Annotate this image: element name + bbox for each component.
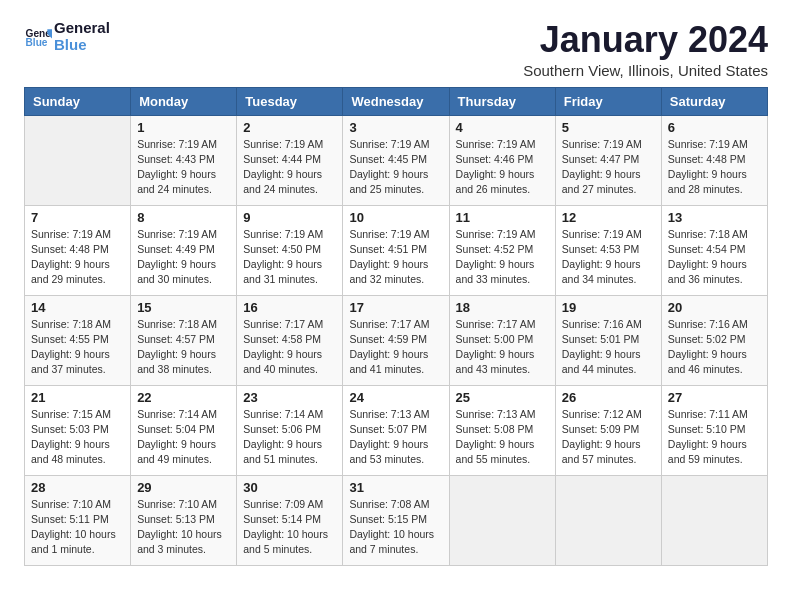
calendar-cell: 28Sunrise: 7:10 AMSunset: 5:11 PMDayligh…: [25, 475, 131, 565]
day-number: 25: [456, 390, 549, 405]
title-area: January 2024 Southern View, Illinois, Un…: [523, 20, 768, 79]
day-number: 17: [349, 300, 442, 315]
calendar-cell: 10Sunrise: 7:19 AMSunset: 4:51 PMDayligh…: [343, 205, 449, 295]
calendar-cell: 25Sunrise: 7:13 AMSunset: 5:08 PMDayligh…: [449, 385, 555, 475]
logo-general: General: [54, 20, 110, 37]
day-info: Sunrise: 7:14 AMSunset: 5:04 PMDaylight:…: [137, 407, 230, 468]
day-info: Sunrise: 7:19 AMSunset: 4:49 PMDaylight:…: [137, 227, 230, 288]
day-info: Sunrise: 7:16 AMSunset: 5:02 PMDaylight:…: [668, 317, 761, 378]
calendar-cell: 21Sunrise: 7:15 AMSunset: 5:03 PMDayligh…: [25, 385, 131, 475]
calendar-cell: 6Sunrise: 7:19 AMSunset: 4:48 PMDaylight…: [661, 115, 767, 205]
day-info: Sunrise: 7:19 AMSunset: 4:46 PMDaylight:…: [456, 137, 549, 198]
day-number: 6: [668, 120, 761, 135]
calendar-cell: 11Sunrise: 7:19 AMSunset: 4:52 PMDayligh…: [449, 205, 555, 295]
day-info: Sunrise: 7:19 AMSunset: 4:44 PMDaylight:…: [243, 137, 336, 198]
day-info: Sunrise: 7:19 AMSunset: 4:47 PMDaylight:…: [562, 137, 655, 198]
svg-text:Blue: Blue: [26, 37, 48, 48]
weekday-header-sunday: Sunday: [25, 87, 131, 115]
weekday-header-wednesday: Wednesday: [343, 87, 449, 115]
calendar-subtitle: Southern View, Illinois, United States: [523, 62, 768, 79]
day-number: 29: [137, 480, 230, 495]
weekday-header-friday: Friday: [555, 87, 661, 115]
calendar-cell: [449, 475, 555, 565]
calendar-cell: 17Sunrise: 7:17 AMSunset: 4:59 PMDayligh…: [343, 295, 449, 385]
calendar-cell: 23Sunrise: 7:14 AMSunset: 5:06 PMDayligh…: [237, 385, 343, 475]
day-info: Sunrise: 7:19 AMSunset: 4:53 PMDaylight:…: [562, 227, 655, 288]
calendar-cell: [555, 475, 661, 565]
week-row-4: 21Sunrise: 7:15 AMSunset: 5:03 PMDayligh…: [25, 385, 768, 475]
weekday-header-monday: Monday: [131, 87, 237, 115]
day-number: 22: [137, 390, 230, 405]
calendar-cell: 16Sunrise: 7:17 AMSunset: 4:58 PMDayligh…: [237, 295, 343, 385]
day-info: Sunrise: 7:13 AMSunset: 5:08 PMDaylight:…: [456, 407, 549, 468]
day-number: 7: [31, 210, 124, 225]
day-info: Sunrise: 7:19 AMSunset: 4:48 PMDaylight:…: [668, 137, 761, 198]
day-number: 27: [668, 390, 761, 405]
header: General Blue General Blue January 2024 S…: [24, 20, 768, 79]
day-number: 8: [137, 210, 230, 225]
week-row-1: 1Sunrise: 7:19 AMSunset: 4:43 PMDaylight…: [25, 115, 768, 205]
day-info: Sunrise: 7:12 AMSunset: 5:09 PMDaylight:…: [562, 407, 655, 468]
day-number: 26: [562, 390, 655, 405]
calendar-cell: 26Sunrise: 7:12 AMSunset: 5:09 PMDayligh…: [555, 385, 661, 475]
week-row-5: 28Sunrise: 7:10 AMSunset: 5:11 PMDayligh…: [25, 475, 768, 565]
day-info: Sunrise: 7:19 AMSunset: 4:51 PMDaylight:…: [349, 227, 442, 288]
day-info: Sunrise: 7:14 AMSunset: 5:06 PMDaylight:…: [243, 407, 336, 468]
day-info: Sunrise: 7:18 AMSunset: 4:54 PMDaylight:…: [668, 227, 761, 288]
week-row-3: 14Sunrise: 7:18 AMSunset: 4:55 PMDayligh…: [25, 295, 768, 385]
logo: General Blue General Blue: [24, 20, 110, 53]
weekday-header-row: SundayMondayTuesdayWednesdayThursdayFrid…: [25, 87, 768, 115]
calendar-cell: [661, 475, 767, 565]
weekday-header-tuesday: Tuesday: [237, 87, 343, 115]
calendar-cell: 27Sunrise: 7:11 AMSunset: 5:10 PMDayligh…: [661, 385, 767, 475]
calendar-cell: 19Sunrise: 7:16 AMSunset: 5:01 PMDayligh…: [555, 295, 661, 385]
day-number: 21: [31, 390, 124, 405]
calendar-cell: 30Sunrise: 7:09 AMSunset: 5:14 PMDayligh…: [237, 475, 343, 565]
day-number: 10: [349, 210, 442, 225]
day-number: 18: [456, 300, 549, 315]
calendar-cell: 12Sunrise: 7:19 AMSunset: 4:53 PMDayligh…: [555, 205, 661, 295]
calendar-cell: 7Sunrise: 7:19 AMSunset: 4:48 PMDaylight…: [25, 205, 131, 295]
day-number: 20: [668, 300, 761, 315]
week-row-2: 7Sunrise: 7:19 AMSunset: 4:48 PMDaylight…: [25, 205, 768, 295]
day-info: Sunrise: 7:18 AMSunset: 4:55 PMDaylight:…: [31, 317, 124, 378]
day-number: 19: [562, 300, 655, 315]
calendar-cell: 2Sunrise: 7:19 AMSunset: 4:44 PMDaylight…: [237, 115, 343, 205]
day-info: Sunrise: 7:10 AMSunset: 5:11 PMDaylight:…: [31, 497, 124, 558]
day-number: 16: [243, 300, 336, 315]
day-number: 14: [31, 300, 124, 315]
day-number: 4: [456, 120, 549, 135]
day-info: Sunrise: 7:17 AMSunset: 5:00 PMDaylight:…: [456, 317, 549, 378]
day-info: Sunrise: 7:17 AMSunset: 4:59 PMDaylight:…: [349, 317, 442, 378]
day-info: Sunrise: 7:09 AMSunset: 5:14 PMDaylight:…: [243, 497, 336, 558]
day-number: 2: [243, 120, 336, 135]
day-number: 28: [31, 480, 124, 495]
day-info: Sunrise: 7:19 AMSunset: 4:50 PMDaylight:…: [243, 227, 336, 288]
logo-blue: Blue: [54, 37, 110, 54]
day-info: Sunrise: 7:16 AMSunset: 5:01 PMDaylight:…: [562, 317, 655, 378]
calendar-cell: 13Sunrise: 7:18 AMSunset: 4:54 PMDayligh…: [661, 205, 767, 295]
day-number: 9: [243, 210, 336, 225]
day-info: Sunrise: 7:13 AMSunset: 5:07 PMDaylight:…: [349, 407, 442, 468]
day-info: Sunrise: 7:19 AMSunset: 4:52 PMDaylight:…: [456, 227, 549, 288]
calendar-cell: 18Sunrise: 7:17 AMSunset: 5:00 PMDayligh…: [449, 295, 555, 385]
calendar-cell: [25, 115, 131, 205]
calendar-cell: 1Sunrise: 7:19 AMSunset: 4:43 PMDaylight…: [131, 115, 237, 205]
calendar-cell: 22Sunrise: 7:14 AMSunset: 5:04 PMDayligh…: [131, 385, 237, 475]
day-info: Sunrise: 7:19 AMSunset: 4:43 PMDaylight:…: [137, 137, 230, 198]
weekday-header-saturday: Saturday: [661, 87, 767, 115]
day-info: Sunrise: 7:10 AMSunset: 5:13 PMDaylight:…: [137, 497, 230, 558]
calendar-cell: 4Sunrise: 7:19 AMSunset: 4:46 PMDaylight…: [449, 115, 555, 205]
day-info: Sunrise: 7:11 AMSunset: 5:10 PMDaylight:…: [668, 407, 761, 468]
day-number: 15: [137, 300, 230, 315]
calendar-cell: 15Sunrise: 7:18 AMSunset: 4:57 PMDayligh…: [131, 295, 237, 385]
day-number: 5: [562, 120, 655, 135]
calendar-cell: 31Sunrise: 7:08 AMSunset: 5:15 PMDayligh…: [343, 475, 449, 565]
day-number: 12: [562, 210, 655, 225]
day-number: 11: [456, 210, 549, 225]
weekday-header-thursday: Thursday: [449, 87, 555, 115]
day-info: Sunrise: 7:19 AMSunset: 4:45 PMDaylight:…: [349, 137, 442, 198]
day-number: 3: [349, 120, 442, 135]
day-info: Sunrise: 7:08 AMSunset: 5:15 PMDaylight:…: [349, 497, 442, 558]
day-number: 1: [137, 120, 230, 135]
